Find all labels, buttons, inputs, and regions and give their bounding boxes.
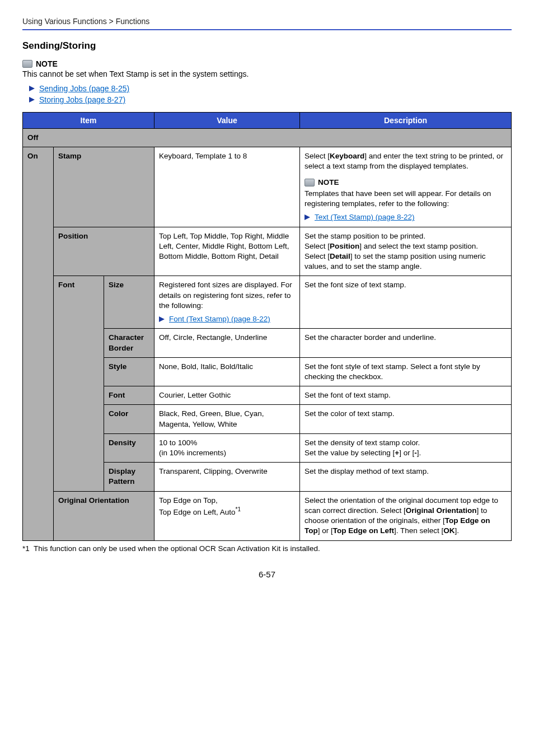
footnote: *1 This function can only be used when t… (22, 544, 512, 553)
cell-pattern-label: Display Pattern (104, 463, 154, 491)
stamp-link-row: Text (Text Stamp) (page 8-22) (305, 212, 507, 222)
header-item: Item (23, 113, 154, 129)
position-desc-b: Select [Position] and select the text st… (305, 241, 507, 251)
stamp-desc1: Select [Keyboard] and enter the text str… (305, 152, 503, 170)
note-icon (305, 179, 315, 186)
cell-orientation-value: Top Edge on Top, Top Edge on Left, Auto*… (154, 491, 300, 540)
row-stamp: On Stamp Keyboard, Template 1 to 8 Selec… (23, 147, 512, 227)
cell-size-value: Registered font sizes are displayed. For… (154, 276, 300, 329)
cell-style-value: None, Bold, Italic, Bold/Italic (154, 357, 300, 386)
link-row-storing: Storing Jobs (page 8-27) (29, 95, 512, 104)
density-value-a: 10 to 100% (159, 438, 295, 448)
link-row-sending: Sending Jobs (page 8-25) (29, 84, 512, 93)
cell-font-label: Font (104, 386, 154, 405)
cell-stamp-desc: Select [Keyboard] and enter the text str… (300, 147, 512, 227)
cell-color-label: Color (104, 405, 154, 433)
table-header-row: Item Value Description (23, 113, 512, 129)
cell-pattern-value: Transparent, Clipping, Overwrite (154, 463, 300, 491)
link-text-stamp[interactable]: Text (Text Stamp) (page 8-22) (315, 212, 415, 222)
header-rule (22, 29, 512, 30)
breadcrumb: Using Various Functions > Functions (22, 17, 512, 29)
cell-orientation-label: Original Orientation (54, 491, 154, 540)
cell-border-value: Off, Circle, Rectangle, Underline (154, 329, 300, 357)
cell-color-value: Black, Red, Green, Blue, Cyan, Magenta, … (154, 405, 300, 433)
cell-position-desc: Set the stamp position to be printed. Se… (300, 227, 512, 276)
cell-density-desc: Set the density of text stamp color. Set… (300, 433, 512, 462)
cell-on: On (23, 147, 54, 540)
cell-pattern-desc: Set the display method of text stamp. (300, 463, 512, 491)
note-header: NOTE (22, 59, 512, 68)
note-icon (22, 60, 32, 68)
cell-style-label: Style (104, 357, 154, 386)
arrow-icon (29, 86, 35, 91)
density-value-b: (in 10% increments) (159, 448, 295, 458)
stamp-note-header: NOTE (305, 178, 507, 188)
header-description: Description (300, 113, 512, 129)
cell-border-label: Character Border (104, 329, 154, 357)
note-label: NOTE (318, 178, 339, 188)
footnote-marker: *1 (22, 544, 30, 553)
note-text: This cannot be set when Text Stamp is se… (22, 69, 512, 78)
arrow-icon (305, 214, 310, 220)
cell-off: Off (23, 129, 512, 147)
orientation-value-a: Top Edge on Top, (159, 496, 295, 506)
arrow-icon (29, 97, 35, 102)
cell-position-label: Position (54, 227, 154, 276)
density-desc-b: Set the value by selecting [+] or [-]. (305, 448, 507, 458)
stamp-desc2: Templates that have been set will appear… (305, 189, 491, 208)
arrow-icon (159, 316, 165, 322)
orientation-sup: *1 (236, 506, 241, 512)
cell-font-desc: Set the font of text stamp. (300, 386, 512, 405)
cell-density-label: Density (104, 433, 154, 462)
cell-style-desc: Set the font style of text stamp. Select… (300, 357, 512, 386)
cell-density-value: 10 to 100% (in 10% increments) (154, 433, 300, 462)
position-desc-c: Select [Detail] to set the stamp positio… (305, 251, 507, 272)
note-label: NOTE (36, 59, 58, 68)
orientation-value-b: Top Edge on Left, Auto*1 (159, 506, 295, 517)
position-desc-a: Set the stamp position to be printed. (305, 231, 507, 241)
cell-stamp-value: Keyboard, Template 1 to 8 (154, 147, 300, 227)
header-value: Value (154, 113, 300, 129)
size-link-row: Font (Text Stamp) (page 8-22) (159, 314, 295, 324)
cell-stamp-label: Stamp (54, 147, 154, 227)
cell-font-value: Courier, Letter Gothic (154, 386, 300, 405)
size-value-text: Registered font sizes are displayed. For… (159, 281, 292, 309)
settings-table: Item Value Description Off On Stamp Keyb… (22, 112, 512, 541)
link-font-stamp[interactable]: Font (Text Stamp) (page 8-22) (169, 314, 270, 324)
cell-color-desc: Set the color of text stamp. (300, 405, 512, 433)
row-orientation: Original Orientation Top Edge on Top, To… (23, 491, 512, 540)
row-off: Off (23, 129, 512, 147)
page-number: 6-57 (22, 570, 512, 579)
cell-size-label: Size (104, 276, 154, 329)
link-sending[interactable]: Sending Jobs (page 8-25) (39, 84, 129, 93)
link-storing[interactable]: Storing Jobs (page 8-27) (39, 95, 125, 104)
cell-font-group: Font (54, 276, 104, 491)
density-desc-a: Set the density of text stamp color. (305, 438, 507, 448)
row-position: Position Top Left, Top Middle, Top Right… (23, 227, 512, 276)
cell-orientation-desc: Select the orientation of the original d… (300, 491, 512, 540)
row-size: Font Size Registered font sizes are disp… (23, 276, 512, 329)
cell-border-desc: Set the character border and underline. (300, 329, 512, 357)
footnote-text: This function can only be used when the … (34, 544, 320, 553)
cell-size-desc: Set the font size of text stamp. (300, 276, 512, 329)
section-title: Sending/Storing (22, 40, 512, 52)
cell-position-value: Top Left, Top Middle, Top Right, Middle … (154, 227, 300, 276)
